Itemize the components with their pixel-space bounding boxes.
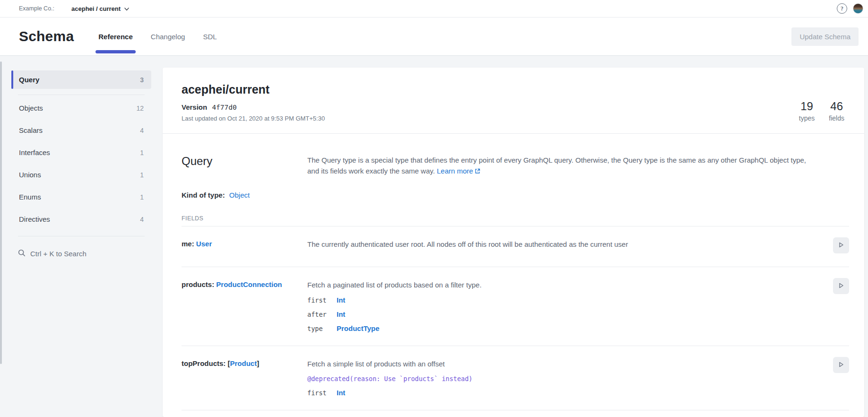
argument-row: type ProductType (307, 324, 824, 332)
field-signature: me: User (182, 240, 307, 248)
sidebar-count: 4 (140, 216, 144, 223)
graph-selector-label: acephei / current (71, 5, 121, 12)
stat-fields-label: fields (829, 114, 844, 122)
sidebar-list: Objects 12 Scalars 4 Interfaces 1 Unions… (11, 97, 151, 230)
play-icon (838, 282, 844, 290)
schema-search-trigger[interactable]: Ctrl + K to Search (11, 244, 151, 263)
chevron-down-icon (124, 4, 129, 13)
avatar[interactable] (853, 3, 863, 14)
argument-name: first (307, 389, 337, 397)
sidebar-count: 3 (140, 76, 144, 84)
sidebar-item-enums[interactable]: Enums 1 (11, 186, 151, 208)
play-icon (838, 242, 844, 250)
page-title: Schema (19, 28, 74, 44)
type-head: Query The Query type is a special type t… (182, 155, 849, 177)
argument-row: first Int (307, 389, 824, 397)
field-details: The currently authenticated user root. A… (307, 240, 833, 249)
argument-row: first Int (307, 296, 824, 304)
tab-sdl[interactable]: SDL (203, 17, 217, 55)
run-in-explorer-button[interactable] (833, 237, 849, 253)
field-details: Fetch a simple list of products with an … (307, 359, 833, 397)
field-row-me: me: User The currently authenticated use… (182, 226, 849, 267)
field-type-link[interactable]: ProductConnection (216, 280, 282, 288)
field-description: Fetch a paginated list of products based… (307, 280, 824, 290)
learn-more-link[interactable]: Learn more (437, 167, 473, 175)
type-name-heading: Query (182, 155, 307, 177)
sidebar-item-interfaces[interactable]: Interfaces 1 (11, 141, 151, 164)
help-icon[interactable]: ? (837, 3, 847, 14)
graph-summary-left: acephei/current Version 4f77d0 Last upda… (182, 83, 325, 122)
version-hash: 4f77d0 (212, 104, 236, 111)
sidebar-count: 1 (140, 149, 144, 156)
org-label: Example Co.: (19, 5, 54, 12)
field-details: Fetch a paginated list of products based… (307, 280, 833, 332)
update-schema-button[interactable]: Update Schema (791, 27, 859, 46)
field-signature: topProducts: [Product] (182, 359, 307, 367)
sidebar-item-directives[interactable]: Directives 4 (11, 208, 151, 230)
sidebar-item-unions[interactable]: Unions 1 (11, 164, 151, 186)
page-header: Schema Reference Changelog SDL Update Sc… (0, 17, 868, 56)
sidebar-count: 1 (140, 171, 144, 179)
sidebar-divider (18, 236, 145, 236)
external-link-icon (475, 166, 480, 177)
field-description: The currently authenticated user root. A… (307, 240, 824, 249)
graph-selector-dropdown[interactable]: acephei / current (71, 4, 129, 13)
sidebar-count: 4 (140, 127, 144, 134)
kind-label: Kind of type: (182, 191, 225, 199)
search-icon (18, 249, 26, 258)
content-area: Query 3 Objects 12 Scalars 4 Interfaces … (0, 56, 868, 417)
stat-types: 19 types (799, 100, 815, 122)
argument-row: after Int (307, 310, 824, 318)
sidebar-divider (18, 95, 145, 95)
stat-fields-value: 46 (829, 100, 844, 113)
fields-section-label: FIELDS (182, 215, 849, 222)
sidebar-item-query[interactable]: Query 3 (11, 70, 151, 89)
deprecated-annotation: @deprecated(reason: Use `products` inste… (307, 375, 824, 382)
run-in-explorer-button[interactable] (833, 357, 849, 373)
stat-types-value: 19 (799, 100, 815, 113)
field-row-topproducts: topProducts: [Product] Fetch a simple li… (182, 346, 849, 410)
search-hint: Ctrl + K to Search (30, 250, 87, 258)
kind-value-link[interactable]: Object (229, 191, 250, 199)
argument-name: first (307, 296, 337, 304)
version-line: Version 4f77d0 (182, 103, 325, 111)
stat-fields: 46 fields (829, 100, 844, 122)
sidebar-count: 12 (136, 104, 144, 112)
argument-type-link[interactable]: Int (337, 310, 345, 318)
last-updated-text: Last updated on Oct 21, 2020 at 9:53 PM … (182, 115, 325, 122)
graph-title: acephei/current (182, 83, 325, 96)
active-indicator-bar (11, 70, 13, 89)
tab-changelog[interactable]: Changelog (151, 17, 185, 55)
field-description: Fetch a simple list of products with an … (307, 359, 824, 369)
kind-of-type-line: Kind of type: Object (182, 191, 849, 199)
active-tab-underline (95, 50, 136, 53)
field-type-link[interactable]: Product (230, 359, 257, 367)
schema-reference-card: acephei/current Version 4f77d0 Last upda… (163, 68, 864, 417)
sidebar-item-objects[interactable]: Objects 12 (11, 97, 151, 119)
type-section-query: Query The Query type is a special type t… (163, 134, 864, 410)
graph-summary-header: acephei/current Version 4f77d0 Last upda… (163, 68, 864, 134)
field-row-products: products: ProductConnection Fetch a pagi… (182, 267, 849, 346)
version-label: Version (182, 103, 207, 111)
stat-types-label: types (799, 114, 815, 122)
argument-name: type (307, 325, 337, 332)
sidebar-item-scalars[interactable]: Scalars 4 (11, 119, 151, 141)
field-type-link[interactable]: User (196, 240, 212, 248)
tab-reference[interactable]: Reference (98, 17, 133, 55)
sidebar-count: 1 (140, 193, 144, 201)
argument-type-link[interactable]: ProductType (337, 324, 380, 332)
schema-stats: 19 types 46 fields (799, 100, 850, 122)
schema-type-sidebar: Query 3 Objects 12 Scalars 4 Interfaces … (11, 70, 151, 417)
type-description: The Query type is a special type that de… (307, 155, 827, 177)
argument-type-link[interactable]: Int (337, 296, 345, 304)
top-navigation-bar: Example Co.: acephei / current ? (0, 0, 868, 17)
play-icon (838, 361, 844, 369)
argument-name: after (307, 311, 337, 318)
left-scrollbar[interactable] (0, 61, 2, 364)
tab-bar: Reference Changelog SDL (98, 17, 217, 55)
field-signature: products: ProductConnection (182, 280, 307, 288)
argument-type-link[interactable]: Int (337, 389, 345, 397)
run-in-explorer-button[interactable] (833, 278, 849, 294)
